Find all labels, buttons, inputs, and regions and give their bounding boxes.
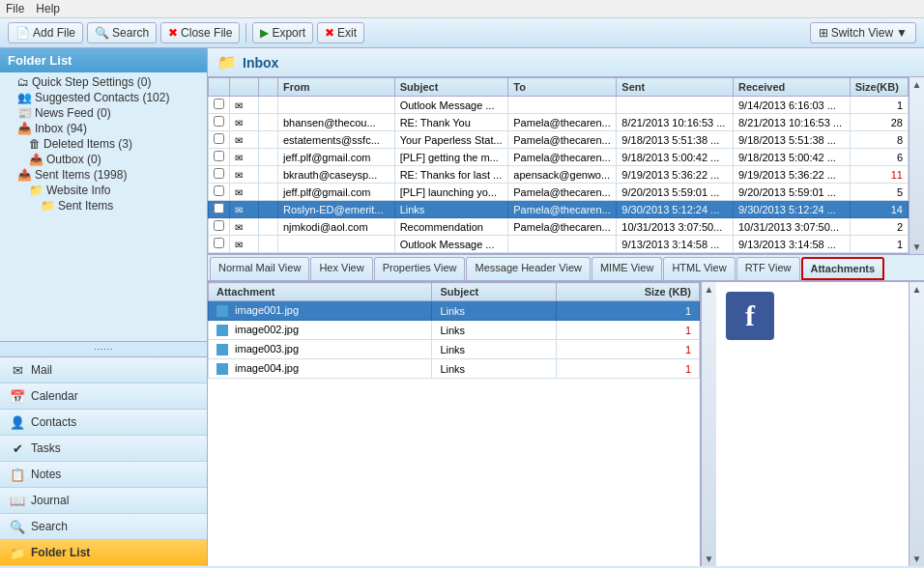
email-row[interactable]: ✉ estatements@ssfc... Your Paperless Sta… (209, 131, 909, 149)
col-header-sent[interactable]: Sent (617, 78, 734, 97)
email-icons-cell: ✉ (230, 201, 259, 218)
nav-item-journal[interactable]: 📖 Journal (0, 488, 207, 514)
email-sent: 9/18/2013 5:00:42 ... (617, 149, 734, 166)
email-envelope-icon: ✉ (235, 240, 243, 250)
email-subject: [PLF] launching yo... (394, 184, 508, 201)
sidebar-item-outbox[interactable]: 📤 Outbox (0) (2, 152, 205, 167)
att-scroll-down[interactable]: ▼ (703, 552, 716, 566)
view-tab-rtf-view[interactable]: RTF View (736, 257, 800, 280)
folder-icon: 🗂 (17, 75, 29, 89)
inbox-header: 📁 Inbox (208, 48, 924, 77)
attachment-list[interactable]: Attachment Subject Size (KB) image001.jp… (208, 282, 701, 566)
view-tab-attachments[interactable]: Attachments (801, 257, 885, 280)
attachment-row[interactable]: image001.jpg Links 1 (209, 301, 700, 321)
email-checkbox-cell[interactable] (209, 114, 230, 131)
col-header-subject[interactable]: Subject (394, 78, 508, 97)
email-row[interactable]: ✉ bhansen@thecou... RE: Thank You Pamela… (209, 114, 909, 131)
email-row[interactable]: ✉ Outlook Message ... 9/13/2013 3:14:58 … (209, 236, 909, 253)
nav-folder-list-label: Folder List (31, 546, 90, 559)
close-file-button[interactable]: ✖ Close File (160, 22, 240, 43)
sidebar-item-sent[interactable]: 📤 Sent Items (1998) (2, 167, 205, 183)
email-size: 2 (850, 218, 908, 236)
exit-button[interactable]: ✖ Exit (317, 22, 364, 43)
email-subject: Outlook Message ... (394, 97, 508, 114)
email-checkbox-cell[interactable] (209, 218, 230, 236)
email-from (278, 97, 395, 114)
sidebar-item-website-info[interactable]: 📁 Website Info (2, 183, 205, 198)
att-scroll-up[interactable]: ▲ (703, 282, 716, 297)
menu-help[interactable]: Help (36, 2, 60, 15)
email-sent: 8/21/2013 10:16:53 ... (617, 114, 734, 131)
preview-scroll-down[interactable]: ▼ (910, 552, 924, 566)
preview-scrollbar[interactable]: ▲ ▼ (909, 282, 924, 566)
att-list-scrollbar[interactable]: ▲ ▼ (701, 282, 716, 566)
sidebar-item-news-feed[interactable]: 📰 News Feed (0) (2, 105, 205, 121)
email-list-container: From Subject To Sent Received Size(KB) ✉… (208, 77, 924, 255)
att-size: 1 (557, 340, 700, 359)
email-row[interactable]: ✉ njmkodi@aol.com Recommendation Pamela@… (209, 218, 909, 236)
col-header-to[interactable]: To (508, 78, 617, 97)
email-checkbox-cell[interactable] (209, 166, 230, 184)
email-row[interactable]: ✉ bkrauth@caseysp... RE: Thanks for last… (209, 166, 909, 184)
sidebar-tree[interactable]: 🗂 Quick Step Settings (0) 👥 Suggested Co… (0, 72, 207, 341)
sidebar-scroll-handle[interactable]: ⋯⋯ (0, 341, 207, 356)
email-checkbox-cell[interactable] (209, 131, 230, 149)
view-tab-mime-view[interactable]: MIME View (592, 257, 662, 280)
email-row[interactable]: ✉ jeff.plf@gmail.com [PLF] getting the m… (209, 149, 909, 166)
nav-item-mail[interactable]: ✉ Mail (0, 357, 207, 383)
sidebar-item-sent-items-sub[interactable]: 📁 Sent Items (2, 198, 205, 213)
subfolder-icon: 📁 (29, 184, 43, 197)
sidebar-item-inbox[interactable]: 📥 Inbox (94) (2, 121, 205, 136)
email-row[interactable]: ✉ Outlook Message ... 9/14/2013 6:16:03 … (209, 97, 909, 114)
attachment-row[interactable]: image004.jpg Links 1 (209, 359, 700, 379)
nav-item-folder-list[interactable]: 📁 Folder List (0, 540, 207, 566)
sent-icon: 📤 (17, 168, 32, 182)
col-header-size[interactable]: Size(KB) (850, 78, 908, 97)
col-header-from[interactable]: From (278, 78, 395, 97)
nav-item-tasks[interactable]: ✔ Tasks (0, 436, 207, 462)
search-button[interactable]: 🔍 Search (87, 22, 157, 43)
att-file-icon (217, 344, 228, 355)
scroll-down-arrow[interactable]: ▼ (910, 240, 924, 254)
menu-file[interactable]: File (6, 2, 24, 15)
col-header-received[interactable]: Received (734, 78, 851, 97)
email-row[interactable]: ✉ jeff.plf@gmail.com [PLF] launching yo.… (209, 184, 909, 201)
email-from (278, 236, 395, 253)
email-checkbox-cell[interactable] (209, 97, 230, 114)
sidebar-item-suggested-contacts[interactable]: 👥 Suggested Contacts (102) (2, 90, 205, 105)
email-row[interactable]: ✉ Roslyn-ED@emerit... Links Pamela@theca… (209, 201, 909, 218)
email-envelope-icon: ✉ (235, 153, 243, 163)
email-checkbox-cell[interactable] (209, 236, 230, 253)
attachment-row[interactable]: image002.jpg Links 1 (209, 321, 700, 340)
switch-view-icon: ⊞ (819, 26, 828, 40)
nav-item-contacts[interactable]: 👤 Contacts (0, 410, 207, 436)
view-tab-normal-mail-view[interactable]: Normal Mail View (210, 257, 309, 280)
add-file-button[interactable]: 📄 Add File (8, 22, 83, 43)
email-envelope-icon: ✉ (235, 135, 243, 146)
nav-panel: ✉ Mail 📅 Calendar 👤 Contacts ✔ Tasks 📋 N… (0, 356, 207, 566)
sidebar-item-quick-step[interactable]: 🗂 Quick Step Settings (0) (2, 74, 205, 90)
scroll-up-arrow[interactable]: ▲ (910, 77, 924, 92)
mail-nav-icon: ✉ (10, 362, 25, 378)
email-list-scrollbar[interactable]: ▲ ▼ (909, 77, 924, 254)
email-list[interactable]: From Subject To Sent Received Size(KB) ✉… (208, 77, 909, 254)
attachment-row[interactable]: image003.jpg Links 1 (209, 340, 700, 359)
nav-item-search[interactable]: 🔍 Search (0, 514, 207, 540)
view-tab-hex-view[interactable]: Hex View (310, 257, 372, 280)
export-button[interactable]: ▶ Export (252, 22, 313, 43)
email-checkbox-cell[interactable] (209, 184, 230, 201)
view-tab-message-header-view[interactable]: Message Header View (466, 257, 590, 280)
view-tab-properties-view[interactable]: Properties View (374, 257, 466, 280)
sidebar-item-deleted[interactable]: 🗑 Deleted Items (3) (2, 136, 205, 152)
email-checkbox-cell[interactable] (209, 201, 230, 218)
email-icons-cell: ✉ (230, 236, 259, 253)
email-from: bhansen@thecou... (278, 114, 395, 131)
nav-item-calendar[interactable]: 📅 Calendar (0, 383, 207, 410)
att-subject: Links (432, 301, 557, 321)
nav-item-notes[interactable]: 📋 Notes (0, 462, 207, 488)
switch-view-button[interactable]: ⊞ Switch View ▼ (810, 22, 916, 43)
email-checkbox-cell[interactable] (209, 149, 230, 166)
view-tab-html-view[interactable]: HTML View (663, 257, 735, 280)
preview-scroll-up[interactable]: ▲ (910, 282, 924, 297)
email-to: Pamela@thecaren... (508, 131, 617, 149)
